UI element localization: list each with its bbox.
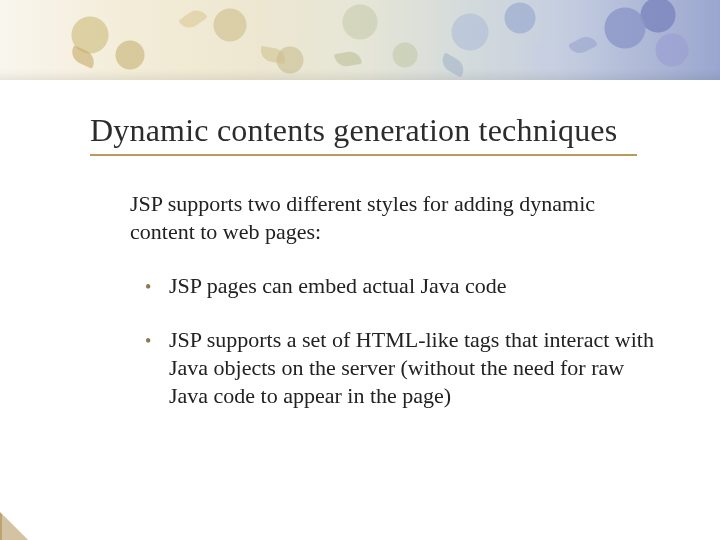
- bullet-text: JSP pages can embed actual Java code: [169, 272, 665, 300]
- slide-title: Dynamic contents generation techniques: [90, 112, 617, 149]
- slide: Dynamic contents generation techniques J…: [0, 0, 720, 540]
- leaf-icon: [334, 50, 362, 68]
- intro-text: JSP supports two different styles for ad…: [130, 190, 630, 245]
- bullet-icon: •: [145, 272, 169, 299]
- leaf-icon: [259, 46, 287, 64]
- title-underline: [90, 154, 637, 156]
- leaf-icon: [178, 6, 207, 32]
- corner-pagecurl-icon: [0, 512, 28, 540]
- decorative-banner: [0, 0, 720, 80]
- leaf-icon: [68, 45, 97, 69]
- leaf-icon: [568, 33, 598, 58]
- leaf-icon: [438, 52, 468, 77]
- bullet-icon: •: [145, 326, 169, 353]
- bullet-list: • JSP pages can embed actual Java code •…: [145, 272, 665, 437]
- list-item: • JSP supports a set of HTML-like tags t…: [145, 326, 665, 410]
- bullet-text: JSP supports a set of HTML-like tags tha…: [169, 326, 665, 410]
- list-item: • JSP pages can embed actual Java code: [145, 272, 665, 300]
